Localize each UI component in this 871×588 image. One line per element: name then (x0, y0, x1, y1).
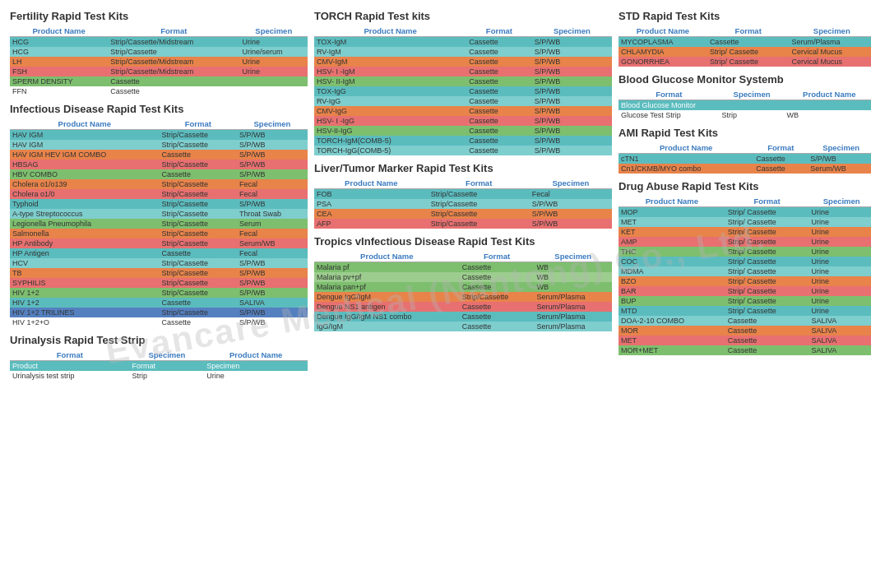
cell: Serum/Plasma (535, 292, 613, 302)
table-row: MORCassetteSALIVA (619, 326, 871, 336)
cell: HSV-II-IgG (314, 126, 466, 136)
table-row: HIV 1+2CassetteSALIVA (10, 298, 308, 308)
table-row: Cholera o1/0Strip/CassetteFecal (10, 189, 308, 199)
tumor-header-specimen: Specimen (530, 178, 612, 189)
table-row: KETStrip/ CassetteUrine (619, 227, 871, 237)
cell: THC (619, 247, 725, 257)
cell: Cassette (460, 302, 535, 312)
table-row: Malaria pv+pfCassetteWB (314, 272, 612, 282)
cell-product: Urinalysis test strip (10, 371, 129, 381)
cell: Cassette (460, 322, 535, 331)
cell: S/P/WB (532, 67, 612, 76)
cell: Strip/Cassette/Midstream (108, 67, 239, 76)
table-row: BZOStrip/ CassetteUrine (619, 276, 871, 286)
cell: S/P/WB (237, 199, 308, 209)
table-row: HP AntigenCassetteFecal (10, 248, 308, 258)
cell-glucose-format: Strip (720, 110, 785, 120)
table-row: BARStrip/ CassetteUrine (619, 286, 871, 296)
cell: Dengue IgG/IgM (314, 292, 460, 302)
cell: MET (619, 336, 725, 345)
cell: S/P/WB (237, 169, 308, 179)
cell: PSA (314, 199, 429, 209)
cell: S/P/WB (530, 219, 612, 229)
cell: MOR+MET (619, 345, 725, 355)
cell: S/P/WB (532, 136, 612, 146)
cell: Strip/ Cassette (725, 266, 809, 276)
table-row: CHLAMYDIAStrip/ CassetteCervical Mucus (619, 47, 871, 57)
cell: DOA-2-10 COMBO (619, 316, 725, 326)
cell: AFP (314, 219, 429, 229)
cell: Strip/ Cassette (725, 227, 809, 237)
table-row: PSAStrip/CassetteS/P/WB (314, 199, 612, 209)
table-row: DOA-2-10 COMBOCassetteSALIVA (619, 316, 871, 326)
table-row: Malaria pan+pfCassetteWB (314, 282, 612, 292)
fertility-header-product: Product Name (10, 25, 108, 37)
cell: S/P/WB (532, 47, 612, 57)
cell: HP Antigen (10, 248, 160, 258)
cell: Cassette (160, 248, 237, 258)
cell: TORCH-IgG(COMB-5) (314, 146, 466, 155)
tumor-header-format: Format (429, 178, 530, 189)
table-row: HCGStrip/CassetteUrine/serum (10, 47, 308, 57)
std-title: STD Rapid Test Kits (619, 10, 871, 22)
cell: Strip/Cassette/Midstream (108, 57, 239, 67)
table-row: TyphoidStrip/CassetteS/P/WB (10, 199, 308, 209)
cell: Cassette (466, 96, 531, 106)
cell: HAV IGM (10, 140, 160, 150)
table-row: SalmonellaStrip/CassetteFecal (10, 229, 308, 238)
cell: cTN1 (619, 154, 753, 164)
table-row: Dengue IgG/IgM NS1 comboCassetteSerum/Pl… (314, 312, 612, 322)
cell: S/P/WB (532, 37, 612, 48)
cell: Strip/Cassette (160, 238, 237, 248)
cell: Strip/Cassette (160, 160, 237, 169)
cell: IgG/IgM (314, 322, 460, 331)
cell: Dengue IgG/IgM NS1 combo (314, 312, 460, 322)
cell: S/P/WB (532, 146, 612, 155)
cell: Strip/Cassette/Midstream (108, 37, 239, 48)
cell: S/P/WB (237, 150, 308, 160)
cell: S/P/WB (237, 258, 308, 268)
cell: HSV- I -IgG (314, 116, 466, 126)
cell-bloodglucose-monitor: Blood Glucose Monitor (619, 100, 871, 111)
cell: Urine (808, 306, 871, 316)
cell: Cassette (466, 86, 531, 96)
cell: Cassette (460, 312, 535, 322)
column-3: STD Rapid Test Kits Product Name Format … (615, 7, 871, 389)
table-row: HBSAGStrip/CassetteS/P/WB (10, 160, 308, 169)
cell: S/P/WB (530, 199, 612, 209)
table-row: HSV- I -IgMCassetteS/P/WB (314, 67, 612, 76)
cell: S/P/WB (532, 96, 612, 106)
cell: Cassette (466, 47, 531, 57)
cell: Strip/Cassette (160, 219, 237, 229)
cell: BUP (619, 296, 725, 306)
cell: S/P/WB (532, 126, 612, 136)
tropics-table: Product Name Format Specimen Malaria pfC… (314, 251, 612, 331)
cell: SALIVA (808, 345, 871, 355)
cell: Strip/Cassette (108, 47, 239, 57)
table-row: HBV COMBOCassetteS/P/WB (10, 169, 308, 179)
cell: Urine (808, 266, 871, 276)
cell: Strip/Cassette (429, 189, 530, 200)
std-table: Product Name Format Specimen MYCOPLASMAC… (619, 25, 871, 67)
cell: Strip/Cassette (429, 219, 530, 229)
cell-format: Format (129, 361, 204, 372)
cell: Cassette (466, 136, 531, 146)
cell: AMP (619, 237, 725, 247)
cell: Serum/Plasma (535, 312, 613, 322)
table-row: TOX-IgGCassetteS/P/WB (314, 86, 612, 96)
std-header-specimen: Specimen (790, 25, 871, 37)
cell: Cassette (160, 298, 237, 308)
cell: S/P/WB (237, 308, 308, 317)
cell: Strip/Cassette (160, 288, 237, 298)
cell: Cassette (466, 67, 531, 76)
drugabuse-title: Drug Abuse Rapid Test Kits (619, 180, 871, 192)
cell: COC (619, 257, 725, 266)
cell: Cassette (466, 76, 531, 86)
cell: Urine/serum (240, 47, 308, 57)
cell: Cassette (466, 146, 531, 155)
cell: Cassette (460, 282, 535, 292)
cell: Cholera o1/o139 (10, 179, 160, 189)
cell: LH (10, 57, 108, 67)
cell: HIV 1+2 (10, 288, 160, 298)
cell: Fecal (530, 189, 612, 200)
